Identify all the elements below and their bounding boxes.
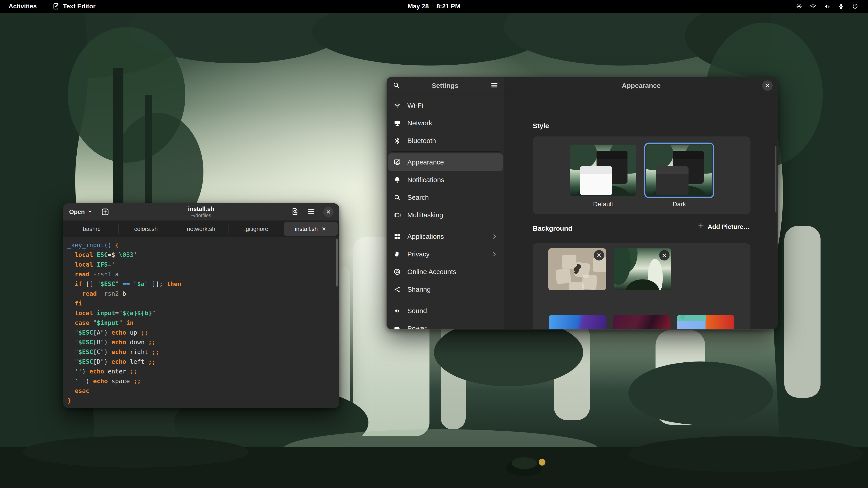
panel-headerbar: Appearance [505, 77, 778, 94]
panel-body: Style DefaultDark Background Add Picture… [505, 94, 778, 329]
remove-wallpaper-button[interactable] [594, 250, 604, 260]
sidebar-item-label: Appearance [407, 158, 444, 166]
code-line: esac [67, 386, 339, 396]
code-line: "$ESC[B") echo down ;; [67, 337, 339, 347]
tab-colors.sh[interactable]: colors.sh [119, 221, 174, 237]
open-document-button[interactable]: Open [69, 208, 93, 216]
multitasking-icon [393, 211, 401, 219]
document-search-button[interactable] [291, 207, 299, 217]
sidebar-divider [391, 151, 500, 152]
document-path: ~/dotfiles [188, 213, 214, 218]
sidebar-item-label: Sound [407, 307, 427, 315]
sidebar-divider [391, 300, 500, 300]
tab-label: .gitignore [244, 225, 268, 232]
search-button[interactable] [393, 81, 400, 90]
activities-button[interactable]: Activities [0, 0, 45, 13]
settings-sidebar: Settings Wi-FiNetworkBluetoothAppearance… [386, 77, 505, 329]
window-close-button[interactable] [323, 207, 334, 217]
tiles-wallpaper-thumbnail[interactable] [548, 248, 606, 290]
drips-blue-orange-wallpaper[interactable] [677, 315, 735, 329]
sidebar-item-label: Notifications [407, 176, 444, 184]
code-editor-area[interactable]: _key_input() { local ESC=$'\033' local I… [63, 237, 339, 408]
style-preview-default [570, 144, 636, 196]
sidebar-item-multitasking[interactable]: Multitasking [388, 206, 503, 224]
applications-icon [393, 233, 401, 240]
plus-icon [698, 222, 705, 231]
style-option-dark[interactable]: Dark [646, 144, 712, 208]
panel-title: Appearance [622, 82, 661, 90]
sidebar-list: Wi-FiNetworkBluetoothAppearanceNotificat… [386, 94, 504, 329]
style-preview-dark [646, 144, 712, 196]
tab-label: colors.sh [134, 225, 158, 232]
new-tab-button[interactable] [101, 207, 110, 217]
sidebar-item-search[interactable]: Search [388, 189, 503, 206]
code-line: '') echo enter ;; [67, 366, 339, 376]
tab-label: .bashrc [81, 225, 100, 232]
bell-icon [393, 176, 401, 184]
maroon-waves-wallpaper[interactable] [613, 315, 671, 329]
background-divider [533, 300, 750, 300]
sidebar-item-label: Online Accounts [407, 268, 456, 275]
sidebar-item-applications[interactable]: Applications [388, 228, 503, 246]
clock-menu-button[interactable]: May 28 8:21 PM [408, 3, 460, 10]
sidebar-item-wi-fi[interactable]: Wi-Fi [388, 97, 503, 114]
code-line: _new_line_foreach_item() { [67, 405, 339, 408]
sidebar-item-notifications[interactable]: Notifications [388, 171, 503, 189]
editor-scrollbar[interactable] [336, 239, 338, 287]
preview-front-window [580, 166, 612, 195]
sidebar-item-label: Privacy [407, 250, 430, 258]
power-icon [852, 3, 859, 10]
code-line: "$ESC[A") echo up ;; [67, 328, 339, 337]
editor-headerbar[interactable]: Open install.sh ~/dotfiles [63, 203, 339, 221]
code-line: case "$input" in [67, 318, 339, 328]
battery-icon [393, 325, 401, 329]
tab-.gitignore[interactable]: .gitignore [228, 221, 284, 237]
sidebar-item-label: Search [407, 194, 429, 201]
chevron-down-icon [87, 208, 93, 216]
hexagons-blue-purple-wallpaper[interactable] [549, 315, 607, 329]
document-title: install.sh [188, 205, 214, 213]
code-line: fi [67, 298, 339, 308]
editor-title-block: install.sh ~/dotfiles [188, 205, 214, 218]
code-line: local IFS='' [67, 260, 339, 269]
microphone-icon [838, 3, 844, 10]
sidebar-item-label: Sharing [407, 286, 431, 293]
add-picture-button[interactable]: Add Picture… [698, 222, 749, 231]
search-icon [393, 194, 401, 201]
tab-close-icon[interactable] [321, 226, 327, 232]
tab-.bashrc[interactable]: .bashrc [63, 221, 119, 237]
tab-label: install.sh [295, 225, 318, 232]
window-close-button[interactable] [762, 80, 773, 91]
sidebar-item-online-accounts[interactable]: Online Accounts [388, 263, 503, 281]
sidebar-title: Settings [432, 82, 458, 90]
share-icon [393, 286, 401, 293]
system-status-area[interactable] [796, 3, 868, 10]
app-menu-button[interactable]: Text Editor [45, 0, 102, 13]
code-line: read -rsn2 b [67, 289, 339, 298]
tab-network.sh[interactable]: network.sh [174, 221, 229, 237]
style-card: DefaultDark [533, 136, 750, 214]
main-menu-button[interactable] [307, 207, 315, 217]
panel-scrollbar[interactable] [775, 147, 776, 212]
style-option-default[interactable]: Default [570, 144, 636, 208]
sidebar-item-power[interactable]: Power [388, 320, 503, 329]
forest-wallpaper-thumbnail[interactable] [614, 248, 671, 290]
background-heading: Background [533, 225, 572, 232]
tile-decoration [555, 268, 571, 284]
tile-decoration [569, 282, 584, 290]
text-editor-window: Open install.sh ~/dotfiles .bashrccolors… [63, 203, 339, 408]
volume-icon [824, 3, 831, 10]
code-line: ' ') echo space ;; [67, 376, 339, 386]
sidebar-item-sound[interactable]: Sound [388, 302, 503, 320]
sidebar-item-network[interactable]: Network [388, 114, 503, 132]
sidebar-item-appearance[interactable]: Appearance [388, 153, 503, 171]
sidebar-item-privacy[interactable]: Privacy [388, 246, 503, 263]
code-line: } [67, 396, 339, 405]
sidebar-item-sharing[interactable]: Sharing [388, 281, 503, 298]
wifi-icon [393, 102, 401, 109]
sidebar-item-bluetooth[interactable]: Bluetooth [388, 132, 503, 150]
remove-wallpaper-button[interactable] [659, 250, 670, 260]
code-line: _key_input() { [67, 240, 339, 250]
tab-install.sh[interactable]: install.sh [284, 222, 338, 236]
primary-menu-button[interactable] [490, 81, 499, 90]
